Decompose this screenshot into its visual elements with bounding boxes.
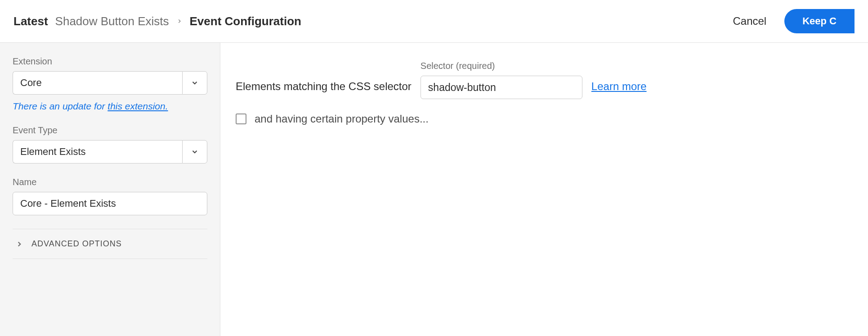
property-values-label: and having certain property values... <box>255 113 429 125</box>
event-type-label: Event Type <box>13 125 207 136</box>
selector-row: Elements matching the CSS selector Selec… <box>236 61 853 99</box>
content: Extension Core There is an update for th… <box>0 43 868 336</box>
cancel-button[interactable]: Cancel <box>733 15 766 27</box>
extension-label: Extension <box>13 56 207 67</box>
update-note-prefix: There is an update for <box>13 101 107 111</box>
selector-label: Selector (required) <box>421 61 582 71</box>
extension-select[interactable]: Core <box>13 71 207 95</box>
event-type-select-value[interactable]: Element Exists <box>13 140 182 163</box>
advanced-options-toggle[interactable]: ADVANCED OPTIONS <box>13 229 207 259</box>
chevron-down-icon <box>191 148 199 156</box>
chevron-right-icon <box>15 240 23 248</box>
event-type-select[interactable]: Element Exists <box>13 140 207 163</box>
header-actions: Cancel Keep C <box>733 9 855 33</box>
extension-select-caret[interactable] <box>182 71 207 95</box>
selector-column: Selector (required) <box>421 61 582 99</box>
property-values-row: and having certain property values... <box>236 113 853 125</box>
chevron-down-icon <box>191 79 199 87</box>
breadcrumb-prev[interactable]: Shadow Button Exists <box>55 14 169 28</box>
sidebar: Extension Core There is an update for th… <box>0 43 220 336</box>
update-note-link[interactable]: this extension. <box>107 101 168 111</box>
main: Elements matching the CSS selector Selec… <box>220 43 868 336</box>
keep-button[interactable]: Keep C <box>784 9 855 33</box>
selector-input[interactable] <box>421 76 582 99</box>
header: Latest Shadow Button Exists Event Config… <box>0 0 868 43</box>
breadcrumb-latest: Latest <box>13 14 48 28</box>
breadcrumb-current: Event Configuration <box>190 14 301 28</box>
name-label: Name <box>13 177 207 187</box>
event-type-field: Event Type Element Exists <box>13 125 207 163</box>
learn-more-link[interactable]: Learn more <box>591 80 647 99</box>
breadcrumb: Latest Shadow Button Exists Event Config… <box>13 14 301 28</box>
event-type-select-caret[interactable] <box>182 140 207 163</box>
extension-select-value[interactable]: Core <box>13 71 182 95</box>
name-input[interactable] <box>13 192 207 215</box>
extension-update-note[interactable]: There is an update for this extension. <box>13 101 207 112</box>
advanced-options-label: ADVANCED OPTIONS <box>31 239 122 249</box>
extension-field: Extension Core There is an update for th… <box>13 56 207 112</box>
name-field: Name <box>13 177 207 215</box>
elements-matching-label: Elements matching the CSS selector <box>236 80 412 99</box>
property-values-checkbox[interactable] <box>236 114 246 124</box>
chevron-right-icon <box>176 15 183 27</box>
